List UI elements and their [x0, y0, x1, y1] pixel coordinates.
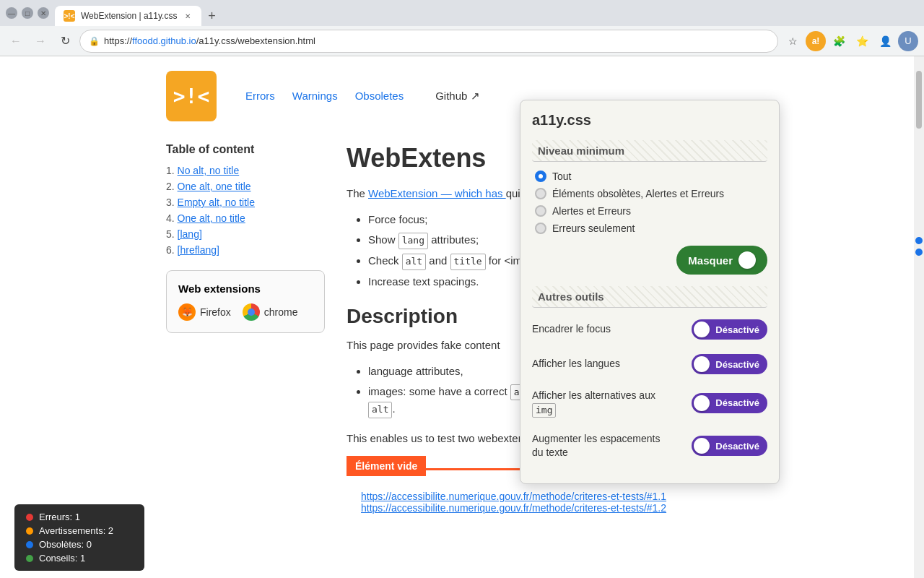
new-tab-button[interactable]: +: [201, 6, 222, 26]
address-bar[interactable]: 🔒 https://ffoodd.github.io/a11y.css/webe…: [79, 30, 778, 53]
errors-label: Erreurs: 1: [39, 512, 80, 522]
toggle-alternatives-row: Afficher les alternatives aux img Désact…: [532, 386, 767, 420]
toggle-espacements-knob: [694, 438, 710, 454]
masquer-label: Masquer: [688, 254, 733, 267]
url-link-2[interactable]: https://accessibilite.numerique.gouv.fr/…: [361, 502, 666, 514]
star-button[interactable]: ☆: [783, 31, 803, 51]
a11y-popup: a11y.css Niveau minimum Tout Éléments ob…: [520, 100, 780, 484]
autres-section-header: Autres outils: [532, 286, 767, 308]
radio-alertes-label: Alertes et Erreurs: [552, 205, 631, 217]
chrome-label[interactable]: chrome: [264, 306, 298, 318]
active-tab[interactable]: >!< WebExtension | a11y.css ✕: [55, 6, 201, 26]
side-dot-1: [915, 237, 923, 244]
toc-title: Table of content: [166, 143, 325, 156]
toolbar-actions: ☆ a! 🧩 ⭐ 👤 U: [783, 31, 918, 51]
address-prefix: https://: [104, 35, 132, 46]
toc-list: 1. No alt, no title 2. One alt, one titl…: [166, 165, 325, 256]
page-nav: Errors Warnings Obsoletes Github ↗: [245, 90, 480, 103]
back-button[interactable]: ←: [6, 31, 26, 51]
ext-items: 🦊 Firefox chrome: [178, 303, 313, 321]
profiles-button[interactable]: 👤: [875, 31, 895, 51]
favorites-button[interactable]: ⭐: [852, 31, 872, 51]
list-item: 6. [hreflang]: [166, 244, 325, 256]
side-dot-2: [915, 249, 923, 256]
nav-obsoletes[interactable]: Obsoletes: [355, 90, 404, 103]
conseils-dot: [26, 555, 33, 562]
masquer-toggle-circle: [738, 251, 756, 269]
toggle-alternatives-switch[interactable]: Désactivé: [692, 393, 767, 413]
niveau-section-header: Niveau minimum: [532, 140, 767, 162]
site-logo: >!<: [166, 71, 217, 121]
list-item: 5. [lang]: [166, 228, 325, 240]
radio-tout-circle: [535, 171, 546, 182]
firefox-label[interactable]: Firefox: [200, 306, 231, 318]
tabs-bar: >!< WebExtension | a11y.css ✕ +: [55, 0, 918, 26]
lang-code: lang: [398, 233, 428, 249]
radio-group: Tout Éléments obsolètes, Alertes et Erre…: [532, 171, 767, 234]
browser-content: >!< Errors Warnings Obsoletes Github ↗ T…: [0, 56, 924, 578]
list-item: https://accessibilite.numerique.gouv.fr/…: [361, 491, 758, 502]
toggle-focus-label: Encadrer le focus: [532, 322, 611, 337]
toc-link-2[interactable]: One alt, one title: [178, 181, 251, 192]
toc-link-1[interactable]: No alt, no title: [178, 165, 240, 176]
toggle-langues-row: Afficher les langues Désactivé: [532, 351, 767, 377]
minimize-button[interactable]: —: [6, 7, 17, 19]
chrome-item: chrome: [243, 303, 298, 321]
toc-box: Table of content 1. No alt, no title 2. …: [166, 143, 325, 256]
toggle-espacements-switch[interactable]: Désactivé: [692, 436, 767, 456]
toggle-langues-value: Désactivé: [710, 359, 765, 370]
close-button[interactable]: ✕: [38, 7, 49, 19]
img-code: img: [532, 403, 556, 418]
toc-link-3[interactable]: Empty alt, no title: [178, 197, 255, 208]
a11y-extension-button[interactable]: a!: [806, 31, 826, 51]
reload-button[interactable]: ↻: [55, 31, 75, 51]
toggle-focus-row: Encadrer le focus Désactivé: [532, 316, 767, 342]
title-code: title: [450, 254, 486, 270]
toggle-alternatives-label: Afficher les alternatives aux img: [532, 389, 662, 418]
intro-link[interactable]: WebExtension — which has: [368, 187, 506, 199]
toggle-espacements-label: Augmenter les espacements du texte: [532, 432, 662, 460]
status-row-obsoletes: Obsolètes: 0: [26, 539, 133, 550]
masquer-button[interactable]: Masquer: [676, 246, 767, 275]
radio-tout-label: Tout: [552, 171, 571, 182]
list-item: 2. One alt, one title: [166, 181, 325, 192]
alt-code3: alt: [368, 402, 392, 418]
tab-title: WebExtension | a11y.css: [81, 11, 177, 21]
conseils-label: Conseils: 1: [39, 553, 85, 564]
toggle-langues-knob: [694, 356, 710, 372]
user-avatar[interactable]: U: [898, 31, 918, 51]
toc-link-4[interactable]: One alt, no title: [178, 212, 245, 224]
toc-link-6[interactable]: [hreflang]: [178, 244, 219, 256]
radio-tout[interactable]: Tout: [535, 171, 764, 182]
warnings-dot: [26, 527, 33, 535]
toggle-espacements-value: Désactivé: [710, 441, 765, 452]
radio-erreurs-circle: [535, 223, 546, 234]
toggle-focus-switch[interactable]: Désactivé: [692, 319, 767, 340]
toggle-langues-switch[interactable]: Désactivé: [692, 354, 767, 374]
chrome-icon: [243, 303, 260, 321]
github-link[interactable]: Github ↗: [435, 90, 479, 103]
popup-title: a11y.css: [532, 112, 767, 129]
maximize-button[interactable]: □: [22, 7, 33, 19]
right-scrollbar[interactable]: [914, 56, 924, 578]
url-link-1[interactable]: https://accessibilite.numerique.gouv.fr/…: [361, 491, 666, 502]
page-main: >!< Errors Warnings Obsoletes Github ↗ T…: [0, 56, 924, 578]
nav-warnings[interactable]: Warnings: [292, 90, 338, 103]
status-row-conseils: Conseils: 1: [26, 553, 133, 564]
toc-link-5[interactable]: [lang]: [178, 228, 202, 240]
list-item: https://accessibilite.numerique.gouv.fr/…: [361, 502, 758, 514]
radio-erreurs[interactable]: Erreurs seulement: [535, 223, 764, 234]
radio-alertes[interactable]: Alertes et Erreurs: [535, 205, 764, 217]
address-domain: ffoodd.github.io: [132, 35, 196, 46]
lock-icon: 🔒: [89, 36, 100, 46]
browser-toolbar: ← → ↻ 🔒 https://ffoodd.github.io/a11y.cs…: [0, 26, 924, 56]
tab-close-button[interactable]: ✕: [183, 11, 193, 21]
firefox-icon: 🦊: [178, 303, 196, 321]
url-list: https://accessibilite.numerique.gouv.fr/…: [361, 491, 758, 514]
nav-errors[interactable]: Errors: [245, 90, 275, 103]
radio-obsoletes[interactable]: Éléments obsolètes, Alertes et Erreurs: [535, 188, 764, 199]
autres-section: Encadrer le focus Désactivé Afficher les…: [532, 316, 767, 463]
extensions-button[interactable]: 🧩: [829, 31, 849, 51]
obsoletes-label: Obsolètes: 0: [39, 539, 92, 550]
forward-button[interactable]: →: [30, 31, 51, 51]
